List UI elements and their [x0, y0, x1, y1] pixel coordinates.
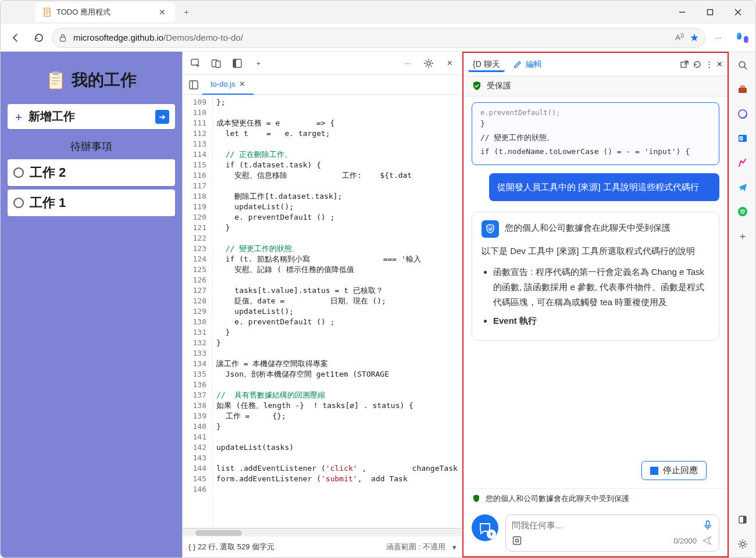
- settings-icon[interactable]: [734, 535, 751, 553]
- svg-rect-24: [513, 537, 521, 545]
- url-text: microsoftedge.github.io/Demos/demo-to-do…: [73, 33, 669, 42]
- demo-app-pane: 我的工作 ＋ 新增工作 ➔ 待辦事項 工作 2 工作 1: [1, 52, 182, 557]
- device-icon[interactable]: [208, 55, 224, 71]
- svg-line-27: [744, 67, 747, 69]
- protected-label: 受保護: [487, 81, 511, 91]
- task-item[interactable]: 工作 2: [8, 159, 175, 186]
- add-task-label: 新增工作: [28, 109, 151, 124]
- svg-rect-8: [60, 37, 66, 41]
- devtools-pane: ＋ ··· ✕ to-do.js ✕ 109 110 111 112 113 1…: [182, 52, 462, 557]
- mic-icon[interactable]: [702, 520, 713, 530]
- devtools-settings-icon[interactable]: [420, 55, 437, 71]
- designer-icon[interactable]: [734, 154, 751, 171]
- spotify-icon[interactable]: [734, 203, 751, 220]
- radio-icon[interactable]: [13, 198, 24, 208]
- outlook-icon[interactable]: O: [734, 130, 751, 147]
- address-bar[interactable]: microsoftedge.github.io/Demos/demo-to-do…: [52, 28, 705, 48]
- favicon-icon: [42, 8, 52, 17]
- chat-input[interactable]: 0/2000: [505, 514, 719, 552]
- sidebar-toggle-icon[interactable]: [734, 511, 751, 528]
- ai-bullet: 函數宣告 : 程序代碼的第一行會定義名為 Chang e Task 的函數, 該…: [493, 264, 709, 310]
- sidebar-add-button[interactable]: ＋: [734, 227, 751, 245]
- send-icon[interactable]: [701, 535, 713, 546]
- svg-rect-10: [52, 71, 59, 75]
- add-task-input[interactable]: ＋ 新增工作 ➔: [8, 104, 175, 129]
- close-window-button[interactable]: [725, 3, 751, 22]
- navigator-toggle-icon[interactable]: [185, 76, 202, 94]
- task-label: 工作 2: [30, 164, 66, 181]
- pending-heading: 待辦事項: [8, 129, 175, 159]
- status-menu-icon[interactable]: ▾: [452, 543, 457, 552]
- favorite-icon[interactable]: ★: [690, 31, 699, 44]
- copilot-icon[interactable]: [734, 30, 751, 46]
- file-tab[interactable]: to-do.js ✕: [202, 75, 254, 95]
- coverage-status: 涵蓋範圍 : 不適用: [386, 542, 445, 552]
- ai-privacy-note: 您的個人和公司數據會在此聊天中受到保護: [505, 220, 671, 235]
- svg-point-38: [741, 542, 744, 546]
- m365-icon[interactable]: [734, 105, 751, 123]
- shield-badge-icon: [482, 220, 499, 238]
- shield-icon: [472, 81, 482, 91]
- back-button[interactable]: [5, 27, 26, 48]
- read-aloud-icon[interactable]: A)): [675, 33, 684, 42]
- clipboard-icon: [46, 70, 66, 90]
- svg-point-26: [739, 62, 745, 67]
- telegram-icon[interactable]: [734, 178, 751, 196]
- devtools-close-button[interactable]: ✕: [441, 55, 458, 71]
- close-tab-button[interactable]: ✕: [156, 6, 168, 18]
- svg-rect-5: [708, 10, 713, 15]
- browser-tab[interactable]: TODO 應用程式 ✕: [35, 2, 175, 22]
- svg-point-19: [427, 62, 430, 65]
- code-context-card: e.preventDefault(); } // 變更工作的狀態。 if (t.…: [472, 102, 719, 165]
- svg-rect-28: [739, 88, 747, 93]
- search-icon[interactable]: [734, 56, 751, 74]
- tab-title: TODO 應用程式: [56, 7, 152, 17]
- ai-response: 您的個人和公司數據會在此聊天中受到保護 以下是 Dev 工具中 [來源] 工具所…: [472, 212, 719, 341]
- image-input-icon[interactable]: [512, 535, 522, 546]
- user-message: 從開發人員工具中的 [來源] 工具說明這些程式代碼行: [489, 173, 719, 201]
- task-item[interactable]: 工作 1: [8, 189, 175, 216]
- stop-response-button[interactable]: 停止回應: [641, 461, 707, 480]
- ai-bullet: Event 執行: [493, 313, 709, 328]
- edit-icon: [513, 60, 522, 69]
- copilot-more-icon[interactable]: ⋮: [705, 60, 713, 69]
- svg-rect-23: [707, 521, 709, 526]
- submit-arrow-button[interactable]: ➔: [155, 110, 169, 124]
- radio-icon[interactable]: [13, 167, 24, 178]
- inspect-icon[interactable]: [187, 55, 204, 71]
- svg-rect-16: [216, 61, 220, 67]
- open-external-icon[interactable]: [680, 60, 689, 69]
- new-tab-button[interactable]: ＋: [177, 3, 195, 21]
- stop-icon: [650, 467, 658, 475]
- app-title: 我的工作: [72, 69, 137, 91]
- close-file-button[interactable]: ✕: [239, 80, 245, 88]
- chat-input-field[interactable]: [512, 520, 698, 530]
- more-button[interactable]: ···: [708, 27, 729, 48]
- devtools-more-button[interactable]: ···: [400, 55, 416, 71]
- edge-sidebar: O ＋: [729, 52, 755, 557]
- lock-icon: [58, 33, 67, 42]
- new-topic-button[interactable]: +: [472, 514, 498, 541]
- horizontal-scrollbar[interactable]: [183, 528, 462, 536]
- svg-rect-20: [190, 81, 198, 89]
- svg-text:O: O: [740, 137, 743, 140]
- copilot-edit-tab[interactable]: 編輯: [508, 57, 547, 72]
- code-editor[interactable]: }; 成本變更任務 = e => { let t = e. target; //…: [213, 95, 462, 528]
- svg-rect-18: [233, 59, 236, 67]
- file-tab-label: to-do.js: [211, 80, 236, 88]
- svg-rect-37: [743, 516, 746, 523]
- copilot-chat-tab[interactable]: {D 聊天: [468, 57, 505, 72]
- shield-icon: [472, 494, 481, 503]
- ai-intro: 以下是 Dev 工具中 [來源] 工具所選取程式代碼行的說明: [482, 244, 709, 259]
- svg-point-25: [516, 539, 519, 542]
- briefcase-icon[interactable]: [734, 81, 751, 98]
- copilot-close-button[interactable]: ✕: [716, 60, 723, 69]
- refresh-button[interactable]: [28, 27, 49, 48]
- minimize-button[interactable]: [669, 3, 695, 22]
- add-panel-button[interactable]: ＋: [250, 55, 266, 71]
- dock-icon[interactable]: [229, 55, 245, 71]
- svg-rect-29: [741, 86, 744, 88]
- refresh-copilot-icon[interactable]: [693, 60, 702, 69]
- maximize-button[interactable]: [697, 3, 723, 22]
- svg-rect-22: [681, 62, 686, 67]
